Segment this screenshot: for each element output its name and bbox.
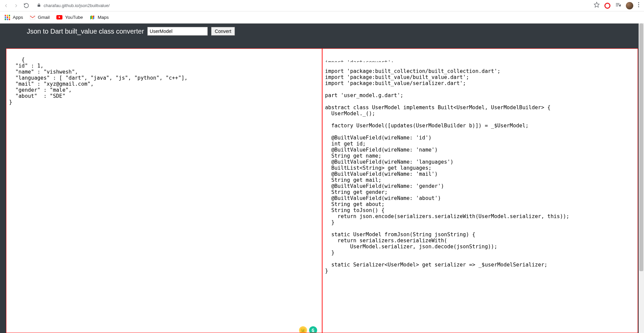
convert-button[interactable]: Convert — [211, 27, 235, 36]
apps-grid-icon — [5, 15, 10, 20]
svg-marker-0 — [594, 2, 599, 7]
maps-icon — [90, 15, 95, 20]
browser-toolbar: charafau.github.io/json2builtvalue/ — [0, 0, 644, 11]
floating-status-icons: 😐 G — [299, 326, 317, 333]
app-title: Json to Dart built_value class converter — [27, 28, 144, 35]
address-bar[interactable]: charafau.github.io/json2builtvalue/ — [33, 3, 590, 8]
youtube-bookmark[interactable]: YouTube — [56, 15, 83, 20]
svg-point-8 — [93, 15, 94, 17]
dart-output-content: import 'package:built_collection/built_c… — [325, 68, 569, 274]
back-button[interactable] — [3, 2, 9, 9]
partial-scrolled-line: import 'dart:convert'; — [325, 59, 635, 62]
lock-icon — [37, 3, 41, 8]
extension-icon[interactable] — [604, 3, 610, 9]
url-text: charafau.github.io/json2builtvalue/ — [44, 3, 110, 8]
reload-button[interactable] — [23, 2, 30, 9]
bookmarks-bar: Apps Gmail YouTube Maps — [0, 11, 644, 24]
maps-bookmark[interactable]: Maps — [90, 15, 109, 20]
maps-label: Maps — [98, 15, 109, 20]
youtube-icon — [56, 15, 62, 19]
emoji-status-icon[interactable]: 😐 — [299, 326, 307, 333]
json-input-pane[interactable]: { "id" : 1, "name" : "vishwesh", "langua… — [6, 48, 322, 333]
menu-dots-icon[interactable] — [638, 2, 639, 9]
forward-button[interactable] — [13, 2, 19, 9]
grammarly-icon[interactable]: G — [309, 326, 317, 333]
app-header: Json to Dart built_value class converter… — [0, 24, 644, 39]
page-scrollbar[interactable] — [639, 24, 644, 333]
media-control-icon[interactable] — [615, 2, 621, 9]
browser-right-controls — [594, 2, 641, 9]
gmail-label: Gmail — [38, 15, 50, 20]
json-input-content: { "id" : 1, "name" : "vishwesh", "langua… — [9, 57, 188, 105]
page-scrollbar-thumb[interactable] — [639, 24, 643, 271]
profile-avatar[interactable] — [626, 2, 633, 9]
gmail-icon — [30, 15, 35, 19]
apps-label: Apps — [13, 15, 23, 20]
class-name-input[interactable] — [147, 27, 208, 36]
bookmark-star-icon[interactable] — [594, 2, 600, 9]
youtube-label: YouTube — [65, 15, 83, 20]
dart-output-pane[interactable]: import 'dart:convert'; import 'package:b… — [322, 48, 638, 333]
main-area: { "id" : 1, "name" : "vishwesh", "langua… — [0, 39, 644, 333]
gmail-bookmark[interactable]: Gmail — [30, 15, 50, 20]
svg-point-7 — [638, 6, 639, 7]
svg-point-5 — [638, 2, 639, 3]
svg-point-6 — [638, 4, 639, 5]
apps-bookmark[interactable]: Apps — [5, 15, 23, 20]
